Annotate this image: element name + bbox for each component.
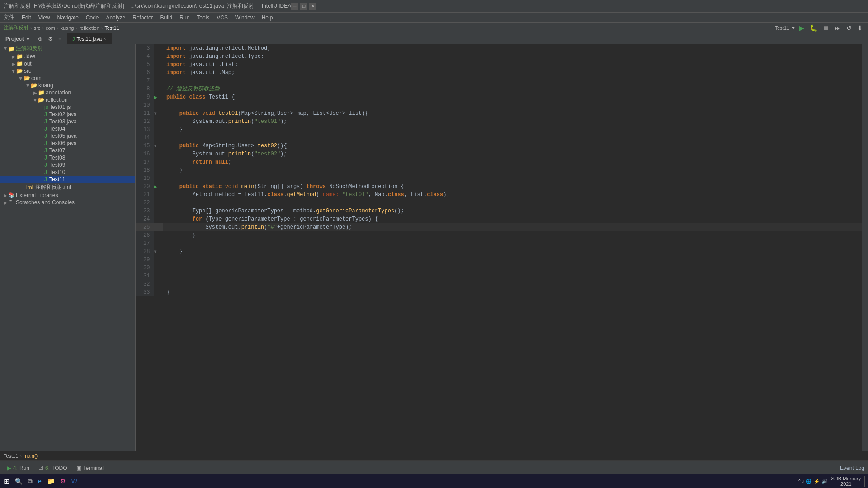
run-gutter-20[interactable]: ▶ xyxy=(154,184,157,190)
table-row: 15 ▼ public Map<String,User> test02(){ xyxy=(136,142,862,150)
editor-tab-test11[interactable]: J Test11.java × xyxy=(67,33,112,44)
menu-edit[interactable]: Edit xyxy=(18,13,35,22)
sidebar-item-test10[interactable]: J Test10 xyxy=(0,169,135,176)
sidebar-item-xml[interactable]: iml 注解和反射.iml xyxy=(0,183,135,192)
toolbar-extra[interactable]: ↺ xyxy=(844,23,854,33)
breadcrumb-reflection[interactable]: reflection xyxy=(79,25,99,31)
sidebar-item-test05java[interactable]: J Test05.java xyxy=(0,132,135,140)
close-button[interactable]: × xyxy=(309,3,316,10)
taskbar-start[interactable]: ⊞ xyxy=(2,476,11,487)
line-code xyxy=(163,264,862,272)
line-gutter xyxy=(154,231,163,239)
file-icon-test03: J xyxy=(44,118,47,125)
project-sync-button[interactable]: ⊕ xyxy=(36,35,44,43)
file-icon-test07: J xyxy=(44,147,47,154)
breadcrumb-root[interactable]: 注解和反射 xyxy=(4,24,28,31)
run-tab-num: 4: xyxy=(13,465,18,471)
sidebar-test07-label: Test07 xyxy=(49,147,65,154)
taskbar-search[interactable]: 🔍 xyxy=(13,477,24,486)
taskbar-explorer[interactable]: 📁 xyxy=(45,477,57,486)
menu-analyze[interactable]: Analyze xyxy=(103,13,129,22)
sidebar-item-src[interactable]: ▶ 📂 src xyxy=(0,67,135,75)
table-row: 30 xyxy=(136,264,862,272)
sidebar-item-test07[interactable]: J Test07 xyxy=(0,147,135,154)
fold-15[interactable]: ▼ xyxy=(154,144,157,149)
right-scrollbar[interactable] xyxy=(862,44,868,451)
line-code xyxy=(163,174,862,183)
run-config-dropdown[interactable]: Test11 ▼ xyxy=(775,25,796,31)
sidebar-item-test01js[interactable]: js test01.js xyxy=(0,103,135,111)
sidebar-item-test02java[interactable]: J Test02.java xyxy=(0,111,135,118)
sidebar-item-test08[interactable]: J Test08 xyxy=(0,154,135,161)
menu-vcs[interactable]: VCS xyxy=(213,13,231,22)
breadcrumb-kuang[interactable]: kuang xyxy=(60,25,74,31)
line-number: 12 xyxy=(136,117,154,126)
line-gutter xyxy=(154,288,163,296)
sidebar-item-kuang[interactable]: ▶ 📂 kuang xyxy=(0,82,135,89)
sidebar-reflection-label: reflection xyxy=(46,97,68,103)
sidebar-item-com[interactable]: ▶ 📂 com xyxy=(0,75,135,82)
bottom-tab-terminal[interactable]: ▣ Terminal xyxy=(73,461,107,474)
project-more-button[interactable]: ≡ xyxy=(57,35,63,43)
menu-refactor[interactable]: Refactor xyxy=(129,13,156,22)
minimize-button[interactable]: ─ xyxy=(291,3,298,10)
taskbar-intellij[interactable]: ⚙ xyxy=(58,477,68,486)
line-number: 23 xyxy=(136,207,154,215)
sidebar-item-root[interactable]: ▶ 📁 注解和反射 xyxy=(0,44,135,53)
sidebar-item-out[interactable]: ▶ 📁 out xyxy=(0,60,135,67)
sidebar-item-test11[interactable]: J Test11 xyxy=(0,176,135,183)
menu-bar: 文件 Edit View Navigate Code Analyze Refac… xyxy=(0,13,868,23)
sidebar-item-idea[interactable]: ▶ 📁 .idea xyxy=(0,53,135,60)
menu-help[interactable]: Help xyxy=(258,13,277,22)
code-editor[interactable]: 3 import java.lang.reflect.Method; 4 imp… xyxy=(136,44,862,451)
sidebar-item-test04[interactable]: J Test04 xyxy=(0,125,135,132)
sidebar-item-annotation[interactable]: ▶ 📁 annotation xyxy=(0,89,135,96)
editor-breadcrumb-test11: Test11 xyxy=(4,453,18,459)
sidebar-item-test09[interactable]: J Test09 xyxy=(0,161,135,169)
tab-close-button[interactable]: × xyxy=(104,36,106,41)
line-gutter xyxy=(154,239,163,248)
menu-file[interactable]: 文件 xyxy=(0,13,18,22)
project-settings-button[interactable]: ⚙ xyxy=(46,35,55,43)
taskbar-word[interactable]: W xyxy=(70,477,79,486)
bottom-tab-todo[interactable]: ☑ 6: TODO xyxy=(35,461,71,474)
sidebar-item-reflection[interactable]: ▶ 📂 reflection xyxy=(0,96,135,103)
sidebar-item-scratches[interactable]: ▶ 🗒 Scratches and Consoles xyxy=(0,199,135,206)
taskbar-edge[interactable]: e xyxy=(36,477,43,486)
bottom-tab-run[interactable]: ▶ 4: Run xyxy=(4,461,33,474)
menu-tools[interactable]: Tools xyxy=(193,13,213,22)
line-gutter xyxy=(154,174,163,183)
line-number: 30 xyxy=(136,264,154,272)
sidebar-test09-label: Test09 xyxy=(49,162,65,168)
menu-build[interactable]: Build xyxy=(157,13,176,22)
stop-button[interactable]: ⏹ xyxy=(821,23,831,33)
event-log-tab[interactable]: Event Log xyxy=(840,465,864,471)
line-code: import java.util.Map; xyxy=(163,69,862,77)
run-button[interactable]: ▶ xyxy=(797,23,806,33)
fold-11[interactable]: ▼ xyxy=(154,111,157,116)
line-code: return null; xyxy=(163,158,862,166)
taskbar-task-view[interactable]: ⧉ xyxy=(26,477,34,486)
file-icon-test05: J xyxy=(44,133,47,139)
breadcrumb-com[interactable]: com xyxy=(46,25,55,31)
debug-button[interactable]: 🐛 xyxy=(808,23,819,33)
run-gutter-9[interactable]: ▶ xyxy=(154,94,157,101)
table-row: 28 ▼ } xyxy=(136,248,862,256)
menu-navigate[interactable]: Navigate xyxy=(53,13,82,22)
menu-run[interactable]: Run xyxy=(176,13,193,22)
taskbar-show-desktop[interactable] xyxy=(864,476,866,487)
maximize-button[interactable]: □ xyxy=(300,3,307,10)
toolbar-download[interactable]: ⬇ xyxy=(855,23,864,33)
menu-code[interactable]: Code xyxy=(82,13,103,22)
sidebar-item-extlibs[interactable]: ▶ 📚 External Libraries xyxy=(0,192,135,199)
sidebar-item-test03java[interactable]: J Test03.java xyxy=(0,118,135,125)
menu-view[interactable]: View xyxy=(35,13,54,22)
sidebar-item-test06java[interactable]: J Test06.java xyxy=(0,140,135,147)
table-row: 8 // 通过反射获取泛型 xyxy=(136,85,862,93)
breadcrumb-test11[interactable]: Test11 xyxy=(104,25,119,31)
build-button[interactable]: ⏭ xyxy=(833,23,843,33)
line-code: } xyxy=(163,248,862,256)
menu-window[interactable]: Window xyxy=(231,13,258,22)
fold-28[interactable]: ▼ xyxy=(154,249,157,254)
breadcrumb-src[interactable]: src xyxy=(34,25,41,31)
